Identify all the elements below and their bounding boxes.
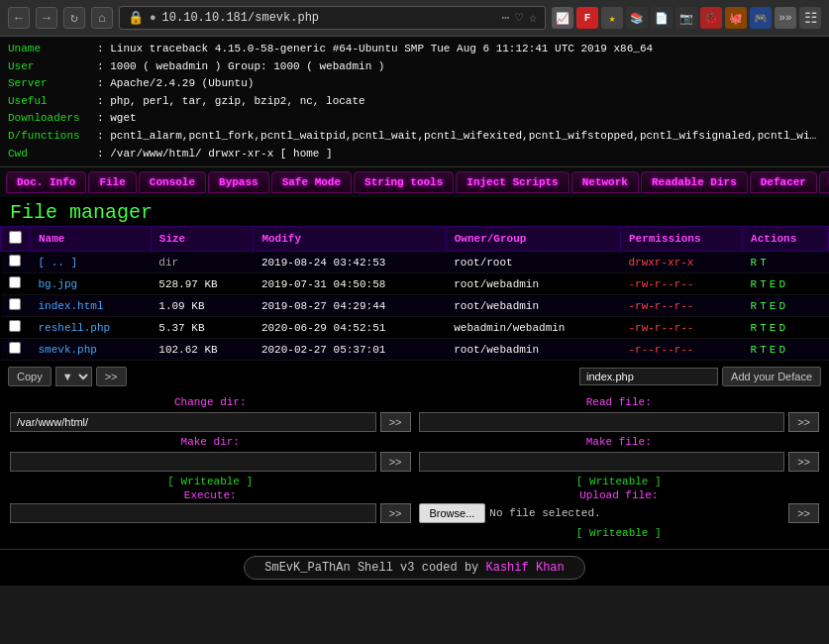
upload-button[interactable]: >>	[788, 503, 819, 523]
action-r[interactable]: R	[751, 300, 758, 312]
file-name-cell[interactable]: index.html	[31, 295, 152, 317]
file-date-cell: 2019-08-27 04:29:44	[254, 295, 446, 317]
file-owner-cell: root/webadmin	[446, 295, 620, 317]
tab-network[interactable]: Network	[571, 171, 639, 193]
make-dir-row: >>	[10, 452, 411, 472]
ext-icon-6[interactable]: 📷	[675, 7, 697, 29]
row-checkbox[interactable]	[9, 298, 21, 310]
action-e[interactable]: E	[770, 344, 777, 356]
arrow-button[interactable]: >>	[96, 367, 127, 386]
ext-icon-1[interactable]: 📈	[552, 7, 573, 29]
make-dir-input[interactable]	[10, 452, 376, 472]
execute-button[interactable]: >>	[380, 503, 411, 523]
ext-icon-10[interactable]: »»	[775, 7, 796, 29]
read-file-input[interactable]	[419, 412, 785, 432]
read-file-label: Read file:	[419, 396, 820, 408]
action-r[interactable]: R	[751, 257, 758, 268]
writeable-label-right: [ Writeable ]	[419, 476, 820, 487]
cwd-value: : /var/www/html/ drwxr-xr-x [ home ]	[97, 146, 333, 163]
menu-icon[interactable]: ⋯	[502, 10, 510, 26]
uname-value: : Linux traceback 4.15.0-58-generic #64-…	[97, 41, 653, 58]
footer-author-link[interactable]: Kashif Khan	[486, 561, 565, 575]
extensions-button[interactable]: ☷	[799, 7, 821, 29]
reload-button[interactable]: ↻	[63, 7, 85, 29]
row-checkbox[interactable]	[9, 320, 21, 332]
action-d[interactable]: D	[778, 278, 785, 290]
action-r[interactable]: R	[751, 322, 758, 334]
action-r[interactable]: R	[751, 344, 758, 356]
dfunctions-value: : pcntl_alarm,pcntl_fork,pcntl_waitpid,p…	[97, 128, 821, 146]
action-t[interactable]: T	[760, 300, 767, 312]
ext-icon-7[interactable]: 🐞	[700, 7, 722, 29]
tab-safe-mode[interactable]: Safe Mode	[271, 171, 352, 193]
tab-defacer[interactable]: Defacer	[750, 171, 817, 193]
make-file-button[interactable]: >>	[788, 452, 819, 472]
ext-icon-8[interactable]: 🐙	[725, 7, 747, 29]
panel-right: Read file: >> Make file: >> [ Writeable …	[415, 392, 824, 543]
copy-button[interactable]: Copy	[8, 367, 52, 386]
star-icon[interactable]: ☆	[529, 10, 537, 26]
file-name-cell[interactable]: reshell.php	[31, 317, 152, 339]
back-button[interactable]: ←	[8, 7, 30, 29]
footer-text: SmEvK_PaThAn Shell v3 coded by Kashif Kh…	[244, 556, 584, 580]
forward-button[interactable]: →	[36, 7, 57, 29]
ext-icon-9[interactable]: 🎮	[750, 7, 772, 29]
ext-icon-2[interactable]: F	[576, 7, 598, 29]
action-e[interactable]: E	[770, 322, 777, 334]
change-dir-button[interactable]: >>	[380, 412, 411, 432]
change-dir-input[interactable]	[10, 412, 376, 432]
select-all-checkbox[interactable]	[9, 231, 22, 244]
file-size-cell: dir	[151, 252, 254, 273]
file-owner-cell: webadmin/webadmin	[446, 317, 620, 339]
home-button[interactable]: ⌂	[91, 7, 113, 29]
col-modify: Modify	[254, 227, 446, 252]
action-d[interactable]: D	[778, 322, 785, 334]
tab-string-tools[interactable]: String tools	[354, 171, 454, 193]
nav-tabs: Doc. Info File Console Bypass Safe Mode …	[0, 167, 829, 197]
tab-file[interactable]: File	[88, 171, 136, 193]
filename-input[interactable]	[579, 368, 718, 385]
file-size-cell: 102.62 KB	[151, 339, 254, 361]
make-file-input[interactable]	[419, 452, 785, 472]
file-date-cell: 2019-08-24 03:42:53	[254, 252, 446, 273]
tab-inject-scripts[interactable]: Inject Scripts	[456, 171, 569, 193]
bookmark-icon[interactable]: ♡	[515, 10, 523, 26]
read-file-button[interactable]: >>	[788, 412, 819, 432]
file-perms-cell: -r--r--r--	[620, 339, 742, 361]
file-perms-cell: drwxr-xr-x	[620, 252, 742, 273]
ext-icon-4[interactable]: 📚	[626, 7, 648, 29]
make-dir-button[interactable]: >>	[380, 452, 411, 472]
url-bar[interactable]: 🔒 ● 10.10.10.181/smevk.php ⋯ ♡ ☆	[119, 6, 546, 30]
useful-label: Useful	[8, 93, 97, 111]
file-date-cell: 2020-02-27 05:37:01	[254, 339, 446, 361]
action-r[interactable]: R	[751, 278, 758, 290]
action-e[interactable]: E	[770, 278, 777, 290]
toolbar-right: Add your Deface	[579, 367, 821, 386]
ext-icon-3[interactable]: ★	[601, 7, 623, 29]
tab-console[interactable]: Console	[139, 171, 206, 193]
action-t[interactable]: T	[760, 344, 767, 356]
action-e[interactable]: E	[770, 300, 777, 312]
file-name-cell[interactable]: smevk.php	[31, 339, 152, 361]
action-t[interactable]: T	[760, 257, 767, 268]
ext-icon-5[interactable]: 📄	[651, 7, 673, 29]
row-checkbox[interactable]	[9, 255, 21, 267]
tab-doc-info[interactable]: Doc. Info	[6, 171, 86, 193]
toolbar-left: Copy ▼ >>	[8, 367, 127, 386]
browse-button[interactable]: Browse...	[419, 503, 486, 523]
row-checkbox[interactable]	[9, 276, 21, 288]
action-d[interactable]: D	[778, 300, 785, 312]
copy-select[interactable]: ▼	[55, 367, 92, 386]
tab-bypass[interactable]: Bypass	[208, 171, 269, 193]
action-d[interactable]: D	[778, 344, 785, 356]
action-t[interactable]: T	[760, 322, 767, 334]
file-name-cell[interactable]: [ .. ]	[31, 252, 152, 273]
row-checkbox[interactable]	[9, 342, 21, 354]
deface-button[interactable]: Add your Deface	[722, 367, 821, 386]
file-name-cell[interactable]: bg.jpg	[31, 273, 152, 295]
execute-input[interactable]	[10, 503, 376, 523]
tab-readable-dirs[interactable]: Readable Dirs	[641, 171, 748, 193]
action-t[interactable]: T	[760, 278, 767, 290]
tab-code-injector[interactable]: Code Injector	[819, 171, 829, 193]
file-size-cell: 528.97 KB	[151, 273, 254, 295]
